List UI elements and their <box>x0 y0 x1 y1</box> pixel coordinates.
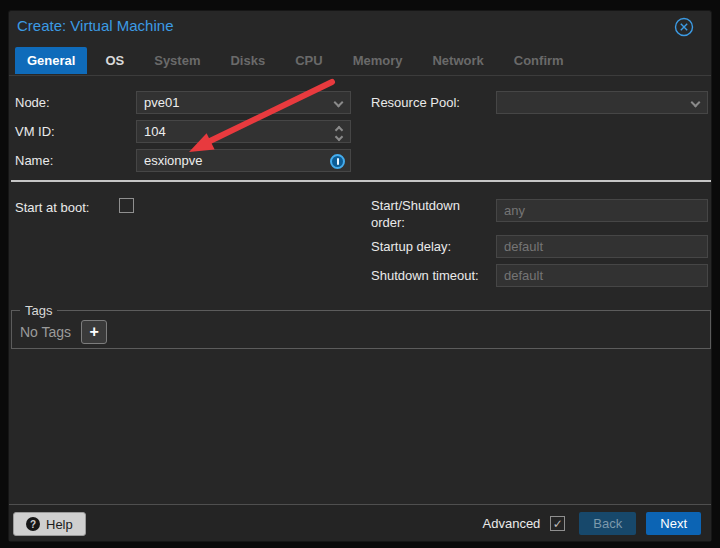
screen: Create: Virtual Machine General OS Syste… <box>0 0 720 548</box>
resource-pool-label: Resource Pool: <box>371 95 460 110</box>
startup-delay-label: Startup delay: <box>371 239 451 254</box>
close-icon <box>674 17 694 41</box>
start-shutdown-order-field[interactable] <box>496 199 708 222</box>
info-icon <box>330 154 345 169</box>
help-button-label: Help <box>46 517 73 532</box>
create-vm-dialog: Create: Virtual Machine General OS Syste… <box>8 10 712 542</box>
name-label: Name: <box>15 153 53 168</box>
tab-network: Network <box>420 47 495 74</box>
help-icon: ? <box>26 517 40 531</box>
tab-confirm: Confirm <box>502 47 576 74</box>
spinner-arrows-icon[interactable] <box>336 121 342 142</box>
vm-id-input[interactable] <box>137 121 350 142</box>
start-shutdown-order-input[interactable] <box>497 200 707 221</box>
shutdown-timeout-field[interactable] <box>496 264 708 287</box>
tab-os[interactable]: OS <box>93 47 136 74</box>
dialog-title: Create: Virtual Machine <box>17 17 173 34</box>
tags-fieldset: Tags No Tags + <box>11 303 711 349</box>
start-at-boot-checkbox[interactable] <box>119 198 134 213</box>
name-field[interactable] <box>136 149 351 172</box>
close-button[interactable] <box>673 18 695 40</box>
node-input[interactable] <box>137 92 350 113</box>
add-tag-button[interactable]: + <box>81 320 107 344</box>
startup-delay-field[interactable] <box>496 235 708 258</box>
tab-disks: Disks <box>218 47 277 74</box>
shutdown-timeout-input[interactable] <box>497 265 707 286</box>
no-tags-text: No Tags <box>20 324 71 340</box>
wizard-tabbar: General OS System Disks CPU Memory Netwo… <box>15 47 582 74</box>
vm-id-label: VM ID: <box>15 124 55 139</box>
section-divider <box>11 180 711 182</box>
start-at-boot-label: Start at boot: <box>15 200 89 215</box>
name-input[interactable] <box>137 150 350 171</box>
node-combo[interactable] <box>136 91 351 114</box>
resource-pool-input[interactable] <box>497 92 707 113</box>
tab-general[interactable]: General <box>15 47 87 74</box>
start-shutdown-order-label: Start/Shutdown order: <box>371 197 489 231</box>
node-label: Node: <box>15 95 50 110</box>
shutdown-timeout-label: Shutdown timeout: <box>371 268 479 283</box>
tab-system: System <box>142 47 212 74</box>
tabbar-divider <box>9 75 711 76</box>
resource-pool-combo[interactable] <box>496 91 708 114</box>
advanced-label: Advanced <box>483 516 541 531</box>
help-button[interactable]: ? Help <box>13 512 86 536</box>
dialog-footer: ? Help Advanced ✓ Back Next <box>9 504 711 541</box>
tab-memory: Memory <box>341 47 415 74</box>
vm-id-spinner[interactable] <box>136 120 351 143</box>
back-button[interactable]: Back <box>579 512 636 535</box>
tags-legend: Tags <box>20 303 57 318</box>
startup-delay-input[interactable] <box>497 236 707 257</box>
tab-cpu: CPU <box>283 47 334 74</box>
next-button[interactable]: Next <box>646 512 701 535</box>
advanced-checkbox[interactable]: ✓ <box>550 516 565 531</box>
